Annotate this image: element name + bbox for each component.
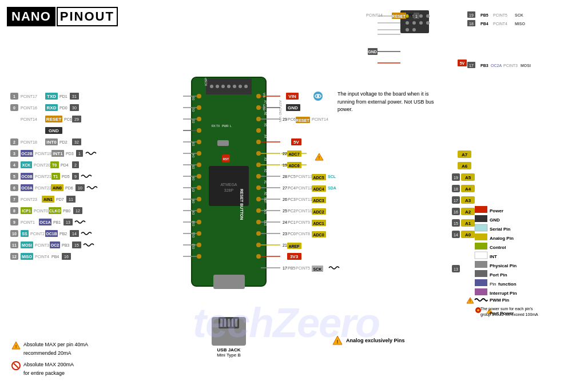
svg-point-91 xyxy=(412,28,416,31)
svg-text:PC6: PC6 xyxy=(64,117,72,121)
svg-rect-340 xyxy=(21,253,33,260)
svg-text:PD5: PD5 xyxy=(62,175,70,179)
svg-text:OC0B: OC0B xyxy=(21,175,32,179)
svg-text:1: 1 xyxy=(415,14,418,18)
svg-rect-157 xyxy=(452,265,460,272)
svg-point-2 xyxy=(197,105,201,110)
svg-text:13: 13 xyxy=(66,220,70,224)
svg-rect-274 xyxy=(21,173,33,180)
svg-text:PC3: PC3 xyxy=(288,197,296,201)
svg-text:D8: D8 xyxy=(192,199,195,203)
svg-point-44 xyxy=(239,85,242,88)
svg-rect-151 xyxy=(461,219,475,227)
svg-text:PC6: PC6 xyxy=(288,117,296,121)
svg-text:PCINT3: PCINT3 xyxy=(503,64,518,68)
svg-text:3: 3 xyxy=(13,152,15,156)
svg-text:18: 18 xyxy=(469,22,474,26)
svg-text:1: 1 xyxy=(78,152,81,156)
svg-text:4: 4 xyxy=(13,163,15,167)
svg-rect-282 xyxy=(10,184,18,191)
warning-text-2: Absolute MAX 200mAfor entire package xyxy=(23,361,74,377)
svg-text:D7: D7 xyxy=(192,188,195,192)
svg-text:ADC1: ADC1 xyxy=(313,221,324,225)
svg-text:ICSP: ICSP xyxy=(204,78,208,86)
svg-text:OC0A: OC0A xyxy=(21,186,32,190)
svg-rect-320 xyxy=(21,230,29,237)
svg-text:GND: GND xyxy=(368,50,377,54)
svg-rect-277 xyxy=(51,173,60,180)
svg-text:GND: GND xyxy=(490,217,500,223)
svg-rect-38 xyxy=(206,78,252,94)
svg-point-3 xyxy=(197,117,201,121)
svg-text:Interrupt Pin: Interrupt Pin xyxy=(490,291,517,296)
svg-rect-149 xyxy=(452,219,460,227)
svg-rect-330 xyxy=(21,241,33,248)
svg-text:D11: D11 xyxy=(192,232,195,237)
svg-rect-163 xyxy=(286,104,300,111)
svg-rect-300 xyxy=(10,207,18,214)
svg-text:L: L xyxy=(230,124,232,128)
svg-point-11 xyxy=(197,208,201,213)
svg-text:PB3: PB3 xyxy=(62,243,69,247)
svg-point-45 xyxy=(244,85,248,88)
logo-pinout: PINOUT xyxy=(57,7,118,26)
svg-rect-310 xyxy=(10,219,18,225)
svg-text:25: 25 xyxy=(283,209,287,213)
svg-rect-374 xyxy=(475,206,487,213)
svg-point-25 xyxy=(256,197,261,201)
svg-rect-237 xyxy=(45,116,62,122)
svg-text:15: 15 xyxy=(454,221,458,225)
svg-point-24 xyxy=(256,185,261,190)
svg-text:PCINT5: PCINT5 xyxy=(493,13,507,17)
svg-text:SS: SS xyxy=(22,232,27,236)
svg-text:29: 29 xyxy=(74,117,79,121)
svg-rect-316 xyxy=(63,219,73,225)
svg-rect-139 xyxy=(461,185,475,192)
svg-rect-81 xyxy=(400,10,429,33)
svg-rect-272 xyxy=(10,173,18,180)
svg-point-9 xyxy=(197,185,201,190)
svg-text:function: function xyxy=(498,282,517,287)
svg-text:ADC5: ADC5 xyxy=(313,176,324,180)
svg-rect-336 xyxy=(72,241,81,248)
svg-text:RX: RX xyxy=(212,124,216,128)
svg-text:OC1B: OC1B xyxy=(46,232,57,236)
svg-text:PCINT0: PCINT0 xyxy=(34,209,48,213)
svg-rect-102 xyxy=(467,11,475,18)
svg-text:PB5: PB5 xyxy=(480,13,488,17)
svg-text:T0: T0 xyxy=(52,163,57,167)
svg-text:A0: A0 xyxy=(264,192,267,195)
svg-text:14: 14 xyxy=(454,233,458,237)
svg-rect-240 xyxy=(72,116,81,122)
svg-text:ICP1: ICP1 xyxy=(22,209,31,213)
svg-text:PB3: PB3 xyxy=(480,64,488,68)
svg-text:PC6: PC6 xyxy=(408,13,416,17)
svg-text:19: 19 xyxy=(469,13,474,17)
svg-rect-223 xyxy=(45,93,58,100)
svg-text:!: ! xyxy=(319,156,320,160)
svg-text:D2: D2 xyxy=(192,119,195,123)
svg-text:The power sum for each pin's: The power sum for each pin's xyxy=(480,307,533,311)
svg-point-26 xyxy=(256,208,261,213)
svg-text:MOSI: MOSI xyxy=(22,243,32,247)
svg-rect-257 xyxy=(51,150,64,157)
svg-text:RESET: RESET xyxy=(46,117,62,122)
svg-text:TXD: TXD xyxy=(47,94,56,99)
svg-text:SCL: SCL xyxy=(328,175,336,179)
svg-point-397 xyxy=(477,309,479,311)
svg-rect-213 xyxy=(287,243,301,249)
svg-rect-133 xyxy=(452,173,460,181)
svg-text:SDA: SDA xyxy=(328,186,336,190)
svg-text:8: 8 xyxy=(13,209,15,213)
analog-note: ! Analog exclusively Pins xyxy=(332,335,405,346)
usb-jack-label: USB JACK Mini Type B xyxy=(212,308,246,358)
svg-text:Port Power: Port Power xyxy=(490,311,514,316)
svg-point-12 xyxy=(197,220,201,224)
svg-rect-161 xyxy=(286,93,299,100)
svg-text:5V: 5V xyxy=(460,61,465,65)
svg-text:RST: RST xyxy=(223,157,229,161)
vin-info: The input voltage to the board when it i… xyxy=(337,90,446,114)
svg-rect-189 xyxy=(312,185,326,192)
svg-text:A7: A7 xyxy=(264,100,267,104)
svg-point-86 xyxy=(406,21,409,25)
